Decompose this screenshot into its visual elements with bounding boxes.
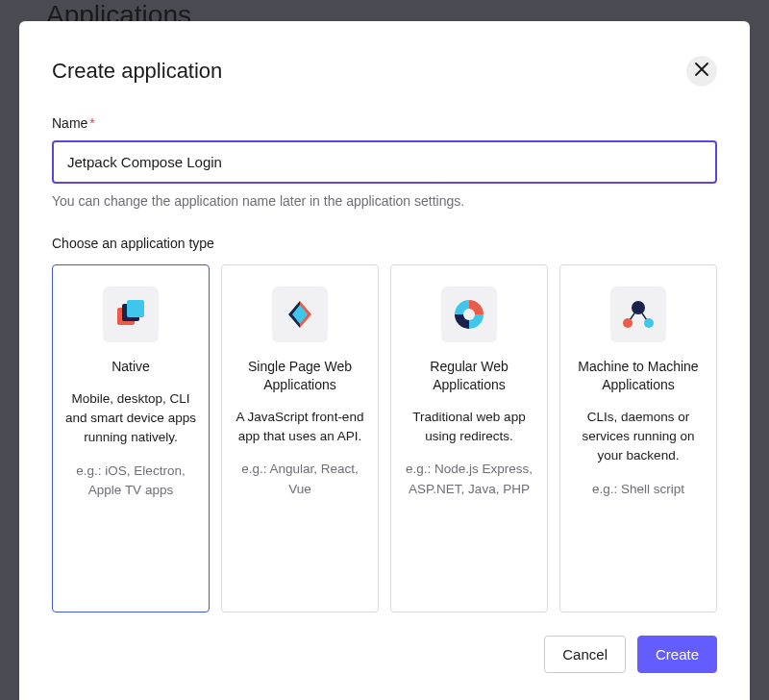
svg-rect-2 [127, 300, 144, 317]
create-button[interactable]: Create [637, 636, 717, 673]
native-icon [103, 287, 159, 342]
regular-web-icon [441, 287, 497, 342]
create-application-modal: Create application Name* You can change … [19, 21, 750, 700]
type-section-label: Choose an application type [52, 236, 717, 251]
type-example: e.g.: Node.js Express, ASP.NET, Java, PH… [403, 460, 535, 499]
type-desc: Traditional web app using redirects. [403, 408, 535, 447]
modal-header: Create application [52, 56, 717, 87]
type-card-m2m[interactable]: Machine to Machine Applications CLIs, da… [559, 264, 717, 612]
type-desc: A JavaScript front-end app that uses an … [234, 408, 366, 447]
svg-point-11 [623, 318, 633, 328]
name-helper-text: You can change the application name late… [52, 193, 717, 209]
type-example: e.g.: iOS, Electron, Apple TV apps [64, 462, 197, 501]
name-label: Name* [52, 115, 717, 131]
name-input[interactable] [52, 140, 717, 184]
type-card-regular-web[interactable]: Regular Web Applications Traditional web… [390, 264, 548, 612]
close-button[interactable] [686, 56, 717, 87]
application-type-grid: Native Mobile, desktop, CLI and smart de… [52, 264, 717, 612]
type-example: e.g.: Shell script [592, 480, 684, 499]
modal-footer: Cancel Create [52, 636, 717, 673]
svg-point-12 [644, 318, 654, 328]
type-desc: CLIs, daemons or services running on you… [572, 408, 705, 466]
type-desc: Mobile, desktop, CLI and smart device ap… [64, 389, 197, 448]
close-icon [695, 62, 708, 80]
spa-icon [272, 287, 328, 342]
svg-point-7 [463, 309, 475, 320]
type-example: e.g.: Angular, React, Vue [234, 460, 366, 499]
type-card-spa[interactable]: Single Page Web Applications A JavaScrip… [221, 264, 379, 612]
modal-title: Create application [52, 59, 222, 84]
type-title: Native [112, 358, 150, 376]
type-title: Regular Web Applications [403, 358, 535, 394]
cancel-button[interactable]: Cancel [544, 636, 626, 673]
type-card-native[interactable]: Native Mobile, desktop, CLI and smart de… [52, 264, 210, 612]
type-title: Single Page Web Applications [234, 358, 366, 394]
required-indicator: * [89, 115, 94, 131]
svg-point-10 [632, 301, 645, 314]
name-label-text: Name [52, 115, 87, 131]
m2m-icon [610, 287, 666, 342]
type-title: Machine to Machine Applications [572, 358, 705, 394]
